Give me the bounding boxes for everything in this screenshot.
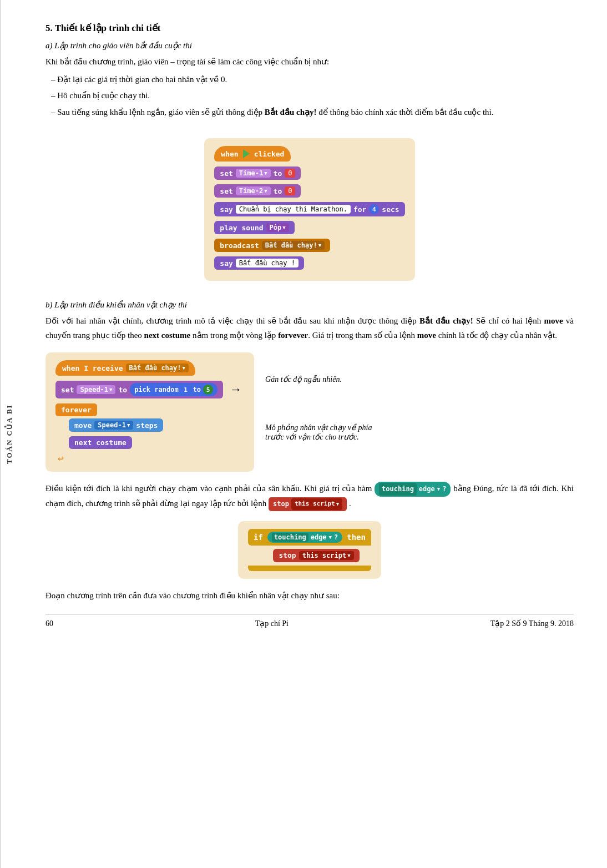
- set-time1-block: set Time-1 to 0: [214, 166, 301, 180]
- set-speed-block: set Speed-1 to pick random 1 to 5: [55, 381, 223, 398]
- stop-inline: stop this script: [269, 497, 347, 511]
- issue-info: Tập 2 Số 9 Tháng 9. 2018: [490, 619, 574, 628]
- when-receive-row: when I receive Bắt đầu chạy!: [55, 360, 244, 377]
- broadcast-block: broadcast Bắt đầu chạy!: [214, 239, 330, 252]
- play-sound-block: play sound Pôp: [214, 221, 294, 234]
- dash-item-3: – Sau tiếng súng khẩu lệnh ngắn, giáo vi…: [45, 105, 574, 120]
- part-b-intro: Đối với hai nhân vật chính, chương trình…: [45, 314, 574, 342]
- code-block-3-wrapper: if touching edge ▼ ? then stop th: [45, 521, 574, 579]
- part-a-intro: Khi bắt đầu chương trình, giáo viên – tr…: [45, 55, 574, 69]
- if-block-header: if touching edge ▼ ? then: [248, 529, 371, 546]
- play-sound-row: play sound Pôp: [214, 220, 404, 235]
- broadcast-row: broadcast Bắt đầu chạy!: [214, 238, 404, 253]
- code-block-1-wrapper: when clicked set Time-1 to 0: [45, 129, 574, 290]
- part-b-title: b) Lập trình điều khiển nhân vật chạy th…: [45, 300, 574, 310]
- page-number: 60: [45, 619, 53, 628]
- touching-edge-para: Điều kiện tới đích là khi người chạy chạ…: [45, 482, 574, 511]
- when-clicked-row: when clicked: [214, 146, 404, 163]
- section-title: 5. Thiết kế lập trình chi tiết: [45, 22, 574, 34]
- move-row: move Speed-1 steps: [69, 417, 244, 433]
- annotation-1: Gán tốc độ ngẫu nhiên.: [265, 375, 376, 384]
- next-costume-row: next costume: [69, 435, 244, 450]
- if-row: if touching edge ▼ ? then: [248, 529, 371, 546]
- set-speed-row: set Speed-1 to pick random 1 to 5 →: [55, 380, 244, 400]
- dash-item-1: – Đặt lại các giá trị thời gian cho hai …: [45, 73, 574, 87]
- say2-row: say Bắt đầu chạy !: [214, 255, 404, 271]
- dash-item-2: – Hô chuẩn bị cuộc chạy thi.: [45, 89, 574, 103]
- code-block-2: when I receive Bắt đầu chạy! set Speed-1…: [45, 352, 254, 472]
- stop-block: stop this script: [273, 549, 359, 562]
- set-time2-row: set Time-2 to 0: [214, 183, 404, 199]
- final-para: Đoạn chương trình trên cần đưa vào chươn…: [45, 589, 574, 603]
- say2-block: say Bắt đầu chạy !: [214, 256, 304, 270]
- flag-icon: [243, 149, 250, 158]
- say-row: say Chuẩn bị chạy thi Marathon. for 4 se…: [214, 201, 404, 218]
- when-receive-block: when I receive Bắt đầu chạy!: [55, 360, 195, 376]
- move-block: move Speed-1 steps: [69, 418, 163, 432]
- arrow-icon-1: →: [230, 382, 242, 397]
- touching-edge-block: touching edge ▼ ?: [267, 532, 342, 543]
- set-time2-block: set Time-2 to 0: [214, 184, 301, 198]
- annotation-2: Mô phỏng nhân vật chạy về phía trước với…: [265, 423, 376, 442]
- code-block-2-section: when I receive Bắt đầu chạy! set Speed-1…: [45, 352, 574, 472]
- main-content: 5. Thiết kế lập trình chi tiết a) Lập tr…: [18, 0, 607, 868]
- say-block: say Chuẩn bị chạy thi Marathon. for 4 se…: [214, 202, 404, 216]
- page-footer: 60 Tạp chí Pi Tập 2 Số 9 Tháng 9. 2018: [45, 614, 574, 628]
- forever-bottom-arc: ↩: [58, 452, 64, 464]
- next-costume-block: next costume: [69, 436, 132, 449]
- forever-block: forever: [55, 403, 97, 416]
- if-close: [248, 566, 371, 571]
- when-clicked-block: when clicked: [214, 146, 291, 162]
- side-tab: TOÁN CỦA BI: [0, 0, 18, 868]
- set-time1-row: set Time-1 to 0: [214, 165, 404, 181]
- part-a-title: a) Lập trình cho giáo viên bắt đầu cuộc …: [45, 41, 574, 51]
- journal-name: Tạp chí Pi: [255, 619, 289, 628]
- touching-edge-inline: touching edge ▼ ?: [375, 482, 451, 496]
- if-body: stop this script: [261, 548, 371, 563]
- code-block-1: when clicked set Time-1 to 0: [204, 138, 414, 281]
- forever-inner: move Speed-1 steps next costume: [69, 417, 244, 450]
- annotations: Gán tốc độ ngẫu nhiên. Mô phỏng nhân vật…: [265, 352, 376, 442]
- code-block-3: if touching edge ▼ ? then stop th: [238, 521, 381, 579]
